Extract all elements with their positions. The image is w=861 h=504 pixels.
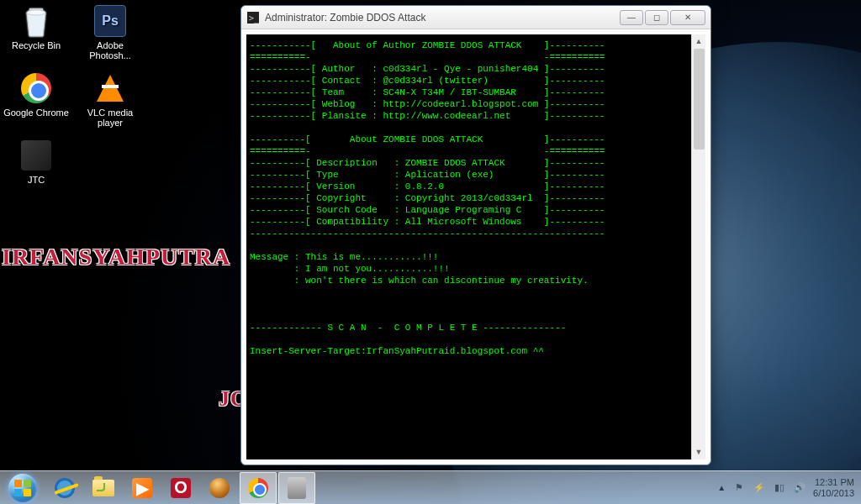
window-buttons: — ◻ ✕ bbox=[620, 10, 705, 25]
taskbar-garena[interactable] bbox=[201, 472, 238, 504]
volume-icon[interactable]: 🔊 bbox=[793, 482, 806, 493]
windows-orb-icon bbox=[8, 474, 37, 502]
desktop-icon-recycle-bin[interactable]: Recycle Bin bbox=[3, 3, 69, 64]
desktop-icon-photoshop[interactable]: Ps Adobe Photosh... bbox=[77, 3, 143, 64]
recycle-bin-icon bbox=[18, 3, 54, 39]
clock-time: 12:31 PM bbox=[813, 477, 854, 488]
desktop-icon-vlc[interactable]: VLC media player bbox=[77, 71, 143, 131]
jtc-icon bbox=[18, 138, 54, 173]
taskbar-console[interactable] bbox=[278, 472, 315, 504]
taskbar: ▶ O ▲ ⚑ ⚡ ▮▯ 🔊 12:31 PM 6/10/2013 bbox=[0, 470, 861, 504]
opera-icon: O bbox=[169, 476, 193, 500]
taskbar-explorer[interactable] bbox=[85, 472, 122, 504]
taskbar-chrome[interactable] bbox=[240, 472, 277, 504]
icon-label: JTC bbox=[28, 175, 45, 185]
vlc-icon bbox=[92, 71, 128, 106]
clock[interactable]: 12:31 PM 6/10/2013 bbox=[813, 477, 854, 499]
minimize-button[interactable]: — bbox=[620, 10, 643, 25]
terminal-output[interactable]: -----------[ About of Author ZOMBIE DDOS… bbox=[246, 34, 691, 459]
photoshop-icon: Ps bbox=[92, 3, 128, 39]
svg-point-0 bbox=[27, 10, 45, 15]
chrome-icon bbox=[18, 71, 54, 106]
scroll-thumb[interactable] bbox=[694, 49, 705, 150]
svg-text:>_: >_ bbox=[249, 13, 259, 24]
icon-label: Google Chrome bbox=[3, 108, 69, 118]
window-client-area: -----------[ About of Author ZOMBIE DDOS… bbox=[246, 34, 705, 459]
chrome-icon bbox=[246, 476, 270, 500]
clock-date: 6/10/2013 bbox=[813, 488, 854, 499]
desktop-icons-area: Recycle Bin Ps Adobe Photosh... Google C… bbox=[3, 3, 143, 198]
scroll-up-arrow[interactable]: ▲ bbox=[692, 34, 705, 49]
power-icon[interactable]: ⚡ bbox=[753, 482, 766, 493]
window-title: Administrator: Zombie DDOS Attack bbox=[265, 12, 620, 24]
icon-label: Adobe Photosh... bbox=[77, 40, 143, 60]
folder-icon bbox=[92, 476, 115, 500]
close-button[interactable]: ✕ bbox=[670, 10, 705, 25]
taskbar-opera[interactable]: O bbox=[162, 472, 199, 504]
desktop-icon-jtc[interactable]: JTC bbox=[3, 138, 69, 198]
media-player-icon: ▶ bbox=[130, 476, 154, 500]
cmd-icon: >_ bbox=[246, 11, 260, 24]
system-tray: ▲ ⚑ ⚡ ▮▯ 🔊 12:31 PM 6/10/2013 bbox=[717, 471, 861, 505]
garena-icon bbox=[208, 476, 231, 500]
tray-show-hidden-icon[interactable]: ▲ bbox=[717, 483, 726, 492]
maximize-button[interactable]: ◻ bbox=[645, 10, 668, 25]
flag-icon[interactable]: ⚑ bbox=[732, 482, 746, 493]
desktop-icon-chrome[interactable]: Google Chrome bbox=[3, 71, 69, 131]
taskbar-ie[interactable] bbox=[46, 472, 83, 504]
start-button[interactable] bbox=[0, 471, 45, 505]
scrollbar[interactable]: ▲ ▼ bbox=[691, 34, 705, 459]
window-titlebar[interactable]: >_ Administrator: Zombie DDOS Attack — ◻… bbox=[241, 6, 710, 29]
icon-label: Recycle Bin bbox=[12, 40, 61, 50]
console-window: >_ Administrator: Zombie DDOS Attack — ◻… bbox=[240, 5, 711, 465]
icon-label: VLC media player bbox=[77, 108, 143, 128]
robot-icon bbox=[285, 476, 309, 500]
network-icon[interactable]: ▮▯ bbox=[773, 482, 786, 493]
desktop-wallpaper: Recycle Bin Ps Adobe Photosh... Google C… bbox=[0, 0, 861, 504]
scroll-down-arrow[interactable]: ▼ bbox=[692, 445, 705, 459]
ie-icon bbox=[53, 476, 77, 500]
taskbar-mediaplayer[interactable]: ▶ bbox=[124, 472, 161, 504]
watermark-top: IRFANSYAHPUTRA bbox=[2, 244, 230, 270]
